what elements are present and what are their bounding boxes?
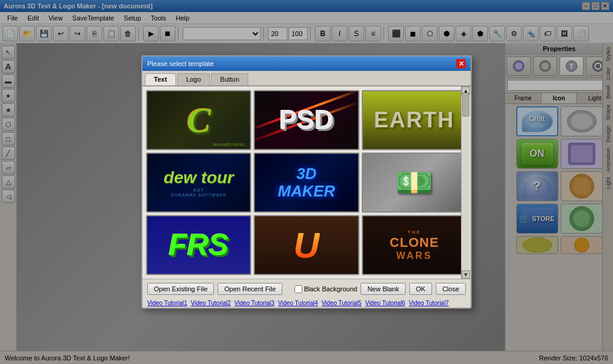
- ok-button[interactable]: OK: [409, 283, 432, 295]
- modal-titlebar: Please select template ✕: [142, 56, 471, 71]
- tutorial-4-link[interactable]: Video Tutorial4: [278, 300, 319, 306]
- tutorial-1-link[interactable]: Video Tutorial1: [147, 300, 188, 306]
- scroll-down-button[interactable]: ▼: [462, 270, 470, 279]
- modal-footer: Open Existing File Open Recent File Blac…: [142, 279, 471, 299]
- black-bg-label: Black Background: [304, 285, 358, 293]
- modal-close-button[interactable]: ✕: [456, 59, 466, 68]
- template-dew[interactable]: dew tour AST DURAMAX SOFTWARE: [146, 153, 251, 213]
- template-money[interactable]: 💵: [362, 153, 467, 213]
- template-psd[interactable]: PSD: [254, 90, 359, 150]
- tutorial-6-link[interactable]: Video Tutorial6: [365, 300, 406, 306]
- modal-tabs: Text Logo Button: [142, 71, 471, 86]
- tutorial-links: Video Tutorial1 Video Tutorial2 Video Tu…: [142, 299, 471, 308]
- template-fire[interactable]: U: [254, 215, 359, 275]
- modal-tab-logo[interactable]: Logo: [177, 73, 210, 85]
- modal-scrollbar[interactable]: ▲ ▼: [461, 86, 469, 279]
- open-existing-button[interactable]: Open Existing File: [147, 283, 214, 295]
- template-c[interactable]: C AuroraSD Intract...: [146, 90, 251, 150]
- tutorial-7-link[interactable]: Video Tutorial7: [409, 300, 449, 306]
- template-modal: Please select template ✕ Text Logo Butto…: [141, 55, 472, 309]
- tutorial-5-link[interactable]: Video Tutorial5: [322, 300, 362, 306]
- close-modal-button[interactable]: Close: [436, 283, 466, 295]
- template-clone[interactable]: THE CLONE WARS: [362, 215, 467, 275]
- modal-title: Please select template: [147, 60, 214, 67]
- scroll-thumb[interactable]: [462, 93, 469, 117]
- template-grid: C AuroraSD Intract... PSD EARTH dew tour…: [142, 86, 471, 279]
- template-maker[interactable]: 3DMAKER: [254, 153, 359, 213]
- open-recent-button[interactable]: Open Recent File: [218, 283, 282, 295]
- tutorial-2-link[interactable]: Video Tutorial2: [191, 300, 231, 306]
- black-bg-checkbox[interactable]: [294, 285, 302, 293]
- modal-tab-text[interactable]: Text: [145, 73, 176, 85]
- black-bg-option: Black Background: [294, 285, 358, 293]
- tutorial-3-link[interactable]: Video Tutorial3: [234, 300, 275, 306]
- new-blank-button[interactable]: New Blank: [361, 283, 406, 295]
- template-frs[interactable]: FRS: [146, 215, 251, 275]
- template-earth[interactable]: EARTH: [362, 90, 467, 150]
- modal-overlay: Please select template ✕ Text Logo Butto…: [0, 0, 613, 364]
- modal-tab-button[interactable]: Button: [211, 73, 248, 85]
